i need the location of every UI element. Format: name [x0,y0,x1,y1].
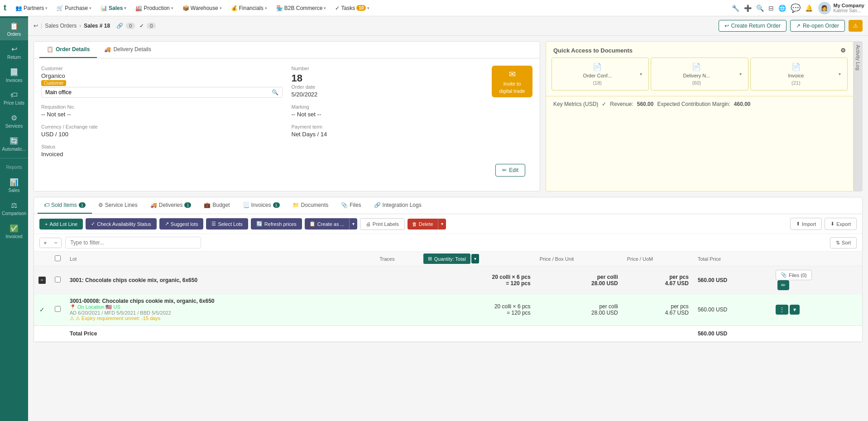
sidebar-item-sales[interactable]: 📊 Sales [0,174,28,196]
nav-warehouse[interactable]: 📦 Warehouse ▾ [179,3,225,13]
tab-service-lines[interactable]: ⚙ Service Lines [92,197,144,214]
create-as-main[interactable]: 📋 Create as ... [305,218,349,230]
sidebar-item-comparison[interactable]: ⚖ Comparison [0,197,28,220]
invoice-card[interactable]: 📄 Invoice (21) ▾ [750,57,848,91]
chat-icon[interactable]: 💬 [791,3,801,13]
check-availability-button[interactable]: ✓ Check Availability Status [86,218,157,230]
export-icon: ⬇ [830,221,834,227]
table-row: ✓ 3001-00008: Chocolate chips cookie mix… [34,294,862,326]
select-lots-button[interactable]: ☰ Select Lots [206,218,248,230]
delete-main[interactable]: 🗑 Delete [408,219,438,230]
sidebar-item-invoiced[interactable]: ✅ Invoiced [0,220,28,243]
create-as-arrow[interactable]: ▾ [349,218,357,230]
sidebar-item-price-lists[interactable]: 🏷 Price Lists [0,87,28,109]
delivery-note-card[interactable]: 📄 Delivery N... (60) ▾ [651,57,748,91]
delete-button[interactable]: 🗑 Delete ▾ [408,219,446,230]
invoice-arrow[interactable]: ▾ [837,71,843,77]
sub-row-arrow-button[interactable]: ▾ [790,305,800,315]
create-return-order-button[interactable]: ↩ Create Return Order [719,20,786,32]
suggest-lots-button[interactable]: ↗ Suggest lots [159,218,204,230]
link-badge[interactable]: 0 [126,23,135,29]
content-panels: 📋 Order Details 🚚 Delivery Details ✉ Inv… [28,36,868,197]
search-icon[interactable]: 🔍 [756,5,764,12]
toggle-buttons: + − [39,238,62,248]
check-badge[interactable]: 0 [147,23,156,29]
comparison-icon: ⚖ [11,201,17,210]
sidebar-item-services[interactable]: ⚙ Services [0,110,28,132]
edit-button[interactable]: ✏ Edit [495,164,525,177]
create-as-button[interactable]: 📋 Create as ... ▾ [305,218,357,230]
sub-row-menu-button[interactable]: ⋮ [776,305,788,315]
tab-deliveries[interactable]: 🚚 Deliveries 1 [144,197,198,214]
nav-financials[interactable]: 💰 Financials ▾ [227,3,271,13]
print-labels-button[interactable]: 🖨 Print Labels [360,218,405,230]
tasks-badge: 10 [356,5,366,11]
delete-arrow[interactable]: ▾ [438,219,446,230]
tab-documents[interactable]: 📁 Documents [286,197,335,214]
select-all-checkbox[interactable] [55,255,61,261]
print-icon: 🖨 [366,221,371,227]
main-office-input[interactable]: 🔍 [41,87,283,98]
quantity-header-button[interactable]: ⊞ Quantity: Total [423,254,470,264]
sub-price-box: per colli 28.00 USD [535,294,623,326]
th-actions [771,252,862,266]
tab-budget[interactable]: 💼 Budget [197,197,236,214]
breadcrumb-sales-orders[interactable]: Sales Orders [45,23,77,29]
tab-sold-items[interactable]: 🏷 Sold Items 1 [38,197,92,214]
reopen-order-button[interactable]: ↗ Re-open Order [790,20,845,32]
th-expand [34,252,50,266]
sales-report-icon: 📊 [10,178,19,187]
quick-access-settings-icon[interactable]: ⚙ [840,47,846,54]
wrench-icon[interactable]: 🔧 [732,5,739,12]
add-lot-line-button[interactable]: + Add Lot Line [39,219,83,230]
expand-toggle[interactable]: + [40,238,51,248]
nav-production[interactable]: 🏭 Production ▾ [132,3,177,13]
layout-icon[interactable]: ⊟ [768,5,774,12]
nav-partners[interactable]: 👥 Partners ▾ [12,3,51,13]
sidebar-item-automatic[interactable]: 🔄 Automatic... [0,133,28,155]
collapse-toggle[interactable]: − [51,238,62,248]
plus-icon[interactable]: ➕ [744,5,752,12]
refresh-prices-button[interactable]: 🔄 Refresh prices [251,218,302,230]
location-input[interactable] [45,89,269,96]
tab-delivery-details[interactable]: 🚚 Delivery Details [97,42,158,58]
import-button[interactable]: ⬆ Import [790,218,822,230]
nav-b2b[interactable]: 🏪 B2B Commerce ▾ [273,3,330,13]
edit-row-button[interactable]: ✏ [777,280,789,290]
sidebar-item-return[interactable]: ↩ Return [0,41,28,63]
sidebar-item-invoices[interactable]: 📃 Invoices [0,64,28,86]
nav-sales[interactable]: 📊 Sales ▾ [97,3,130,13]
sidebar-item-orders[interactable]: 📋 Orders [0,18,28,40]
export-button[interactable]: ⬇ Export [825,218,857,230]
status-row: Status Invoiced [41,144,532,158]
th-lot: Lot [65,252,375,266]
filter-row: + − ⇅ Sort [34,234,862,252]
files-button[interactable]: 📎 Files (0) [776,270,812,280]
lot-filter-input[interactable] [65,237,201,249]
globe-icon[interactable]: 🌐 [778,5,786,12]
row-checkbox[interactable] [50,266,65,294]
nav-tasks[interactable]: ✓ Tasks 10 ▾ [331,3,373,13]
back-btn[interactable]: ↩ [34,23,38,29]
tab-files[interactable]: 📎 Files [335,197,367,214]
marking-group: Marking -- Not set -- [292,104,533,118]
sub-checkbox[interactable] [50,294,65,326]
sales-icon: 📊 [101,5,107,11]
order-conf-arrow[interactable]: ▾ [638,71,644,77]
payment-term-group: Payment term Net Days / 14 [292,124,533,138]
tab-invoices[interactable]: 📃 Invoices 1 [236,197,286,214]
delivery-note-arrow[interactable]: ▾ [738,71,743,77]
order-conf-card[interactable]: 📄 Order Conf... (18) ▾ [551,57,649,91]
nav-purchase[interactable]: 🛒 Purchase ▾ [53,3,95,13]
row-expand[interactable]: − [34,266,50,294]
currency-value: USD / 100 [41,131,283,138]
invite-to-digital-trade-button[interactable]: ✉ Invite to digital trade [492,66,532,97]
activity-log-tab[interactable]: Activity Log [854,41,863,191]
warning-button[interactable]: ⚠ [849,20,863,32]
bell-icon[interactable]: 🔔 [805,5,813,12]
sort-button[interactable]: ⇅ Sort [830,237,857,249]
tab-integration-logs[interactable]: 🔗 Integration Logs [368,197,428,214]
tab-order-details[interactable]: 📋 Order Details [39,42,97,58]
user-area[interactable]: 👩 My Company Katrine San... [818,2,864,14]
quantity-header-arrow[interactable]: ▾ [471,254,479,263]
